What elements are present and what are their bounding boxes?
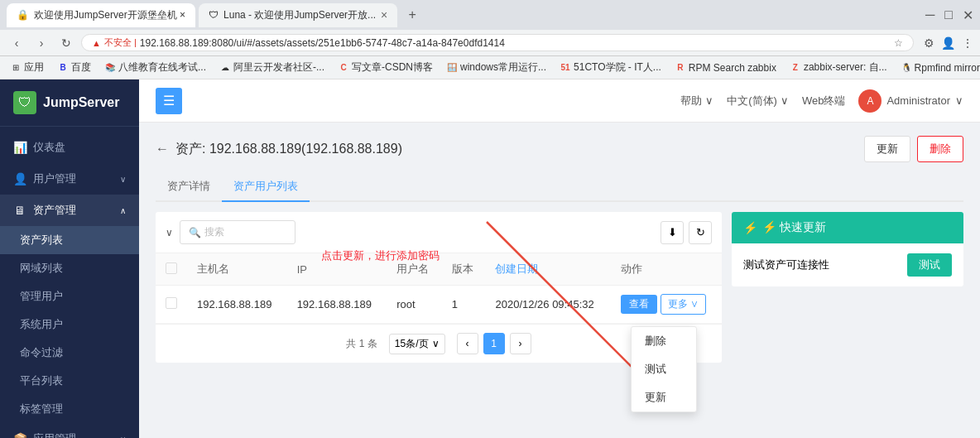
view-button[interactable]: 查看 — [621, 295, 657, 314]
prev-page-button[interactable]: ‹ — [457, 333, 478, 354]
more-button[interactable]: 更多 ∨ — [661, 294, 706, 315]
sidebar-item-label-mgmt[interactable]: 标签管理 — [0, 395, 139, 423]
sidebar-item-dashboard[interactable]: 📊 仪表盘 — [0, 132, 139, 163]
sidebar-item-admin-user[interactable]: 管理用户 — [0, 282, 139, 310]
tab-asset-users[interactable]: 资产用户列表 — [222, 172, 310, 202]
download-button[interactable]: ⬇ — [661, 221, 684, 244]
new-tab-button[interactable]: + — [401, 3, 424, 26]
sidebar-label-system-user: 系统用户 — [20, 317, 63, 332]
search-icon: 🔍 — [189, 227, 201, 238]
next-page-button[interactable]: › — [510, 333, 531, 354]
row-ip: 192.168.88.189 — [287, 286, 387, 324]
logo-text: JumpServer — [43, 95, 120, 110]
app-mgmt-icon: 📦 — [13, 432, 26, 438]
back-button[interactable]: ‹ — [7, 33, 26, 53]
user-mgmt-icon: 👤 — [13, 172, 26, 185]
maximize-button[interactable]: □ — [944, 7, 953, 23]
app-container: 🛡 JumpServer 📊 仪表盘 👤 用户管理 ∨ — [0, 79, 980, 438]
sidebar-label-dashboard: 仪表盘 — [33, 140, 65, 155]
bookmark-zabbix[interactable]: Z zabbix-server: 自... — [786, 59, 891, 76]
bookmark-star-icon[interactable]: ☆ — [894, 37, 903, 49]
table-toolbar: ∨ 🔍 搜索 ⬇ ↻ — [156, 212, 722, 253]
close-browser-button[interactable]: ✕ — [963, 7, 973, 23]
sidebar-item-system-user[interactable]: 系统用户 — [0, 310, 139, 339]
sidebar-item-asset-mgmt[interactable]: 🖥 资产管理 ∧ — [0, 195, 139, 226]
page-1-button[interactable]: 1 — [483, 333, 505, 354]
dropdown-update[interactable]: 更新 — [632, 383, 696, 412]
minimize-button[interactable]: ─ — [925, 7, 934, 23]
bookmark-51cto[interactable]: 51 51CTO学院 - IT人... — [556, 59, 665, 76]
sidebar: 🛡 JumpServer 📊 仪表盘 👤 用户管理 ∨ — [0, 79, 139, 438]
tab-inactive[interactable]: 🔒 欢迎使用JumpServer开源堡垒机 × — [7, 3, 195, 27]
toolbar-right: ⬇ ↻ — [661, 221, 712, 244]
tab-asset-detail[interactable]: 资产详情 — [156, 172, 222, 202]
sidebar-label-admin-user: 管理用户 — [20, 289, 63, 304]
action-buttons: 更新 删除 — [864, 136, 963, 162]
user-profile-icon[interactable]: 👤 — [941, 36, 955, 50]
sidebar-item-user-mgmt[interactable]: 👤 用户管理 ∨ — [0, 163, 139, 195]
per-page-selector[interactable]: 15条/页 ∨ — [389, 334, 445, 354]
zabbix-icon: Z — [790, 62, 801, 74]
address-input[interactable]: ▲ 不安全 | 192.168.88.189:8080/ui/#/assets/… — [81, 34, 914, 51]
search-input[interactable]: 🔍 搜索 — [180, 220, 295, 244]
user-menu[interactable]: A Administrator ∨ — [858, 89, 963, 113]
address-prefix: 不安全 | — [104, 36, 137, 49]
bookmark-baidu[interactable]: B 百度 — [54, 59, 94, 76]
tab-close-btn[interactable]: × — [381, 8, 387, 22]
extensions-icon[interactable]: ⚙ — [924, 36, 934, 50]
menu-icon[interactable]: ⋮ — [962, 36, 973, 50]
row-version: 1 — [442, 286, 486, 324]
lang-button[interactable]: 中文(简体) ∨ — [727, 94, 789, 108]
aliyun-icon: ☁ — [219, 62, 231, 74]
web-terminal-label: Web终端 — [802, 94, 846, 108]
right-panel: ⚡ ⚡ 快速更新 测试资产可连接性 测试 — [732, 212, 963, 286]
lang-label: 中文(简体) — [727, 94, 777, 108]
sidebar-label-user-mgmt: 用户管理 — [33, 171, 76, 186]
baiwei-icon: 📚 — [104, 62, 116, 74]
sidebar-item-network-list[interactable]: 网域列表 — [0, 254, 139, 282]
refresh-button[interactable]: ↻ — [689, 221, 712, 244]
sidebar-label-asset-mgmt: 资产管理 — [33, 203, 76, 218]
bookmark-apps[interactable]: ⊞ 应用 — [7, 59, 47, 76]
tab-active[interactable]: 🛡 Luna - 欢迎使用JumpServer开放... × — [199, 3, 397, 27]
forward-button[interactable]: › — [31, 33, 51, 53]
filter-chevron-icon[interactable]: ∨ — [166, 227, 173, 238]
bookmark-baiwei[interactable]: 📚 八维教育在线考试... — [101, 59, 209, 76]
chevron-up-icon: ∧ — [120, 206, 126, 215]
back-button[interactable]: ← — [156, 142, 169, 156]
bookmark-rpm[interactable]: R RPM Search zabbix — [671, 60, 780, 75]
sidebar-label-cmd-filter: 命令过滤 — [20, 345, 63, 360]
web-terminal-button[interactable]: Web终端 — [802, 94, 846, 108]
dropdown-delete[interactable]: 删除 — [632, 327, 696, 355]
logo-icon: 🛡 — [13, 91, 36, 114]
baidu-icon: B — [57, 62, 69, 74]
bookmark-aliyun[interactable]: ☁ 阿里云开发者社区-... — [216, 59, 328, 76]
update-button[interactable]: 更新 — [864, 136, 910, 162]
row-checkbox-cell — [156, 286, 187, 324]
logo: 🛡 JumpServer — [0, 79, 139, 127]
select-all-checkbox[interactable] — [166, 262, 177, 274]
sidebar-item-platform-list[interactable]: 平台列表 — [0, 367, 139, 395]
table-row: 192.168.88.189 192.168.88.189 root 1 202… — [156, 286, 722, 324]
panel-body: 测试资产可连接性 测试 — [732, 243, 963, 286]
bookmark-rpmfind[interactable]: 🐧 Rpmfind mirror — [897, 60, 980, 75]
csdn-icon: C — [338, 62, 349, 74]
address-text: 192.168.88.189:8080/ui/#/assets/assets/2… — [140, 37, 505, 49]
col-hostname: 主机名 — [187, 253, 287, 286]
sidebar-label-asset-list: 资产列表 — [20, 233, 63, 248]
table-container: ∨ 🔍 搜索 ⬇ ↻ 点击更新，进行添加密 — [156, 212, 722, 363]
bookmark-windows[interactable]: 🪟 windows常用运行... — [443, 59, 550, 76]
sidebar-item-asset-list[interactable]: 资产列表 — [0, 226, 139, 254]
sidebar-item-app-mgmt[interactable]: 📦 应用管理 ∨ — [0, 423, 139, 438]
table-area: ∨ 🔍 搜索 ⬇ ↻ 点击更新，进行添加密 — [156, 212, 722, 363]
windows-icon: 🪟 — [446, 62, 458, 74]
test-connectivity-button[interactable]: 测试 — [907, 253, 952, 277]
sidebar-item-cmd-filter[interactable]: 命令过滤 — [0, 339, 139, 367]
reload-button[interactable]: ↻ — [56, 33, 76, 53]
dropdown-test[interactable]: 测试 — [632, 355, 696, 383]
row-checkbox[interactable] — [166, 297, 177, 309]
help-button[interactable]: 帮助 ∨ — [680, 94, 713, 108]
hamburger-button[interactable]: ☰ — [156, 88, 182, 114]
bookmark-csdn[interactable]: C 写文章-CSDN博客 — [334, 59, 436, 76]
delete-button[interactable]: 删除 — [917, 136, 963, 162]
